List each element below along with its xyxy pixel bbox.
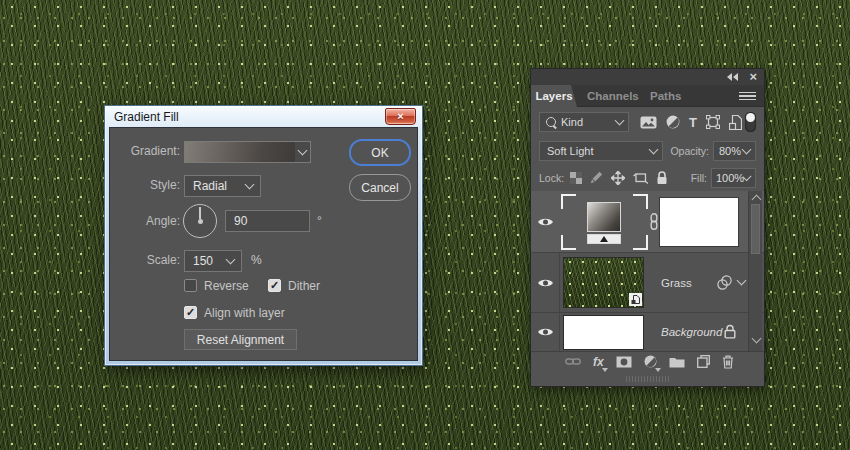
angle-dial[interactable] bbox=[183, 204, 217, 238]
fill-select[interactable]: 100% bbox=[711, 168, 756, 188]
cancel-button[interactable]: Cancel bbox=[349, 174, 411, 201]
ok-label: OK bbox=[371, 146, 388, 160]
smart-object-badge-icon bbox=[629, 293, 642, 306]
delete-layer-trash-icon[interactable] bbox=[722, 355, 734, 369]
close-button[interactable]: × bbox=[385, 108, 416, 125]
gradient-fill-thumbnail[interactable] bbox=[587, 202, 621, 244]
opacity-select[interactable]: 80% bbox=[713, 141, 756, 161]
angle-input[interactable]: 90 bbox=[225, 210, 310, 232]
fill-label: Fill: bbox=[691, 172, 707, 184]
filter-pixel-layers-icon[interactable] bbox=[640, 116, 657, 129]
chevron-down-icon bbox=[742, 144, 752, 154]
layer-list-scrollbar[interactable] bbox=[748, 191, 762, 351]
search-icon bbox=[546, 117, 556, 127]
filter-adjustment-layers-icon[interactable] bbox=[666, 115, 680, 129]
visibility-eye-icon[interactable] bbox=[537, 216, 554, 227]
reverse-checkbox[interactable] bbox=[184, 279, 197, 292]
filter-kind-value: Kind bbox=[561, 116, 583, 128]
background-lock-icon[interactable] bbox=[724, 324, 736, 339]
new-adjustment-layer-icon[interactable] bbox=[644, 355, 657, 368]
dialog-title: Gradient Fill bbox=[114, 110, 179, 124]
scale-value: 150 bbox=[185, 254, 213, 268]
filter-kind-select[interactable]: Kind bbox=[539, 112, 629, 132]
layer-name[interactable]: Grass bbox=[661, 277, 692, 289]
style-select[interactable]: Radial bbox=[184, 175, 261, 197]
gradient-mini-slider bbox=[587, 234, 621, 244]
layer-row-grass[interactable]: Grass bbox=[531, 253, 764, 313]
reset-alignment-label: Reset Alignment bbox=[197, 333, 284, 347]
gradient-picker-dropdown[interactable] bbox=[295, 141, 311, 163]
grass-layer-thumbnail[interactable] bbox=[563, 257, 644, 308]
scroll-down-icon[interactable] bbox=[752, 334, 762, 344]
lock-position-icon[interactable] bbox=[611, 171, 625, 185]
gradient-preview-swatch[interactable] bbox=[184, 141, 296, 163]
layer-row-background[interactable]: Background bbox=[531, 313, 764, 351]
collapse-panel-icon[interactable] bbox=[727, 73, 738, 81]
panel-top-strip: × bbox=[531, 69, 764, 85]
lock-row: Lock: Fill: 100% bbox=[531, 164, 764, 191]
layer-row-gradient-fill[interactable] bbox=[531, 191, 764, 253]
tab-paths[interactable]: Paths bbox=[650, 85, 681, 107]
layer-mask-thumbnail[interactable] bbox=[659, 197, 739, 247]
chevron-down-icon bbox=[245, 180, 255, 190]
new-group-folder-icon[interactable] bbox=[669, 356, 685, 368]
filtering-toggle[interactable] bbox=[745, 112, 756, 132]
lock-transparency-icon[interactable] bbox=[570, 172, 582, 184]
effects-badge-icon[interactable] bbox=[717, 275, 732, 290]
filter-type-layers-icon[interactable]: T bbox=[689, 115, 697, 130]
scale-select[interactable]: 150 bbox=[184, 250, 242, 272]
tab-channels[interactable]: Channels bbox=[587, 85, 639, 107]
mask-link-chain-icon[interactable] bbox=[649, 213, 659, 230]
align-with-layer-label: Align with layer bbox=[204, 306, 285, 320]
opacity-label: Opacity: bbox=[670, 145, 709, 157]
scroll-up-icon[interactable] bbox=[752, 195, 762, 205]
photoshop-canvas: { "dialog": { "title": "Gradient Fill", … bbox=[0, 0, 850, 450]
angle-label: Angle: bbox=[110, 214, 180, 228]
close-panel-icon[interactable]: × bbox=[749, 70, 757, 84]
link-layers-icon[interactable] bbox=[565, 357, 581, 366]
gradient-fill-dialog: Gradient Fill × Gradient: OK Style: Radi… bbox=[104, 105, 423, 366]
angle-unit: ° bbox=[317, 214, 322, 228]
reset-alignment-button[interactable]: Reset Alignment bbox=[184, 329, 297, 350]
scale-label: Scale: bbox=[110, 253, 180, 267]
filter-row: Kind T bbox=[531, 107, 764, 137]
layers-bottom-toolbar: fx bbox=[531, 351, 764, 371]
ok-button[interactable]: OK bbox=[349, 139, 411, 166]
layer-name[interactable]: Background bbox=[661, 326, 722, 338]
scrollbar-thumb[interactable] bbox=[751, 204, 760, 254]
panel-resize-grip[interactable] bbox=[626, 376, 670, 382]
chevron-down-icon bbox=[298, 146, 308, 156]
dither-checkbox[interactable]: ✓ bbox=[268, 279, 281, 292]
reverse-label: Reverse bbox=[204, 279, 249, 293]
lock-pixels-brush-icon[interactable] bbox=[590, 171, 603, 184]
style-value: Radial bbox=[185, 179, 227, 193]
scale-unit: % bbox=[251, 253, 262, 267]
visibility-eye-icon[interactable] bbox=[537, 277, 554, 288]
collapse-effects-chevron-icon[interactable] bbox=[737, 276, 747, 286]
background-layer-thumbnail[interactable] bbox=[563, 315, 644, 350]
close-icon: × bbox=[397, 111, 403, 122]
lock-label: Lock: bbox=[539, 172, 564, 184]
blend-row: Soft Light Opacity: 80% bbox=[531, 137, 764, 164]
filter-smart-objects-icon[interactable] bbox=[729, 115, 742, 130]
tab-layers[interactable]: Layers bbox=[531, 85, 577, 107]
lock-artboard-icon[interactable] bbox=[633, 171, 648, 184]
check-icon: ✓ bbox=[186, 307, 195, 318]
dialog-titlebar[interactable]: Gradient Fill bbox=[105, 106, 422, 127]
check-icon: ✓ bbox=[270, 280, 279, 291]
new-layer-icon[interactable] bbox=[697, 355, 710, 368]
align-with-layer-checkbox[interactable]: ✓ bbox=[184, 306, 197, 319]
gradient-label: Gradient: bbox=[110, 144, 180, 158]
add-layer-mask-icon[interactable] bbox=[616, 356, 632, 368]
layer-styles-fx-icon[interactable]: fx bbox=[593, 356, 604, 368]
toggle-ball bbox=[746, 113, 755, 122]
lock-all-icon[interactable] bbox=[656, 171, 668, 185]
panel-bottom-strip bbox=[531, 371, 764, 386]
blend-mode-value: Soft Light bbox=[540, 145, 593, 157]
gradient-mini-preview bbox=[587, 202, 621, 232]
blend-mode-select[interactable]: Soft Light bbox=[539, 141, 663, 161]
visibility-eye-icon[interactable] bbox=[537, 327, 554, 338]
filter-shape-layers-icon[interactable] bbox=[706, 115, 720, 129]
dither-label: Dither bbox=[288, 279, 320, 293]
panel-menu-icon[interactable] bbox=[739, 92, 756, 101]
